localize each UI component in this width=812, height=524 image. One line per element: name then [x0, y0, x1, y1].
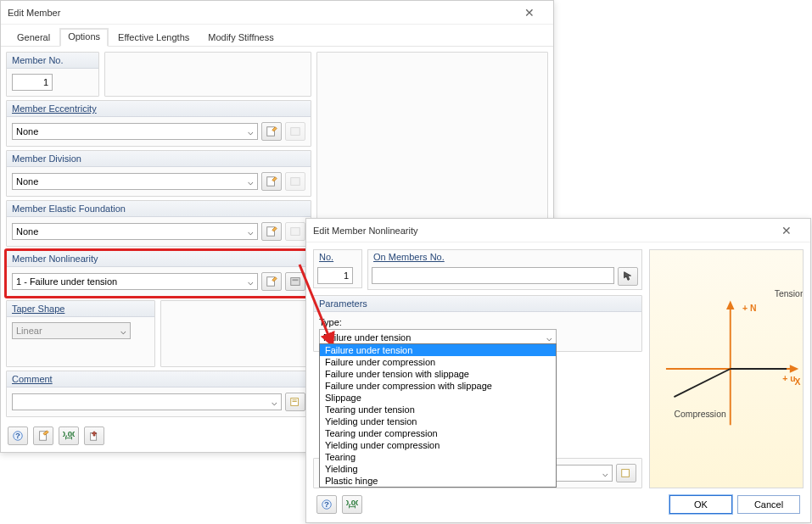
- edit-icon: [285, 222, 305, 241]
- elastic-combo[interactable]: None⌵: [12, 223, 258, 240]
- chevron-down-icon: ⌵: [244, 276, 257, 287]
- tab-modify-stiffness[interactable]: Modify Stiffness: [199, 28, 283, 46]
- svg-marker-22: [790, 365, 798, 372]
- ok-button[interactable]: OK: [669, 495, 732, 514]
- eccentricity-group: Member Eccentricity None⌵: [6, 100, 311, 147]
- help-icon[interactable]: ?: [316, 495, 337, 514]
- member-no-label: Member No.: [7, 53, 98, 69]
- division-label: Member Division: [7, 151, 311, 167]
- nonlinearity-label: Member Nonlinearity: [7, 251, 311, 267]
- type-option[interactable]: Tearing under compression: [320, 427, 556, 439]
- comment-group: Comment ⌵: [6, 371, 311, 417]
- member-no-side-panel: [104, 52, 311, 97]
- diagram-compression-label: Compression: [674, 410, 726, 419]
- units-icon[interactable]: 0.00: [342, 495, 362, 514]
- chevron-down-icon: ⌵: [244, 176, 257, 187]
- type-option[interactable]: Slippage: [320, 392, 556, 404]
- chevron-down-icon: ⌵: [244, 126, 257, 137]
- svg-rect-18: [622, 470, 630, 477]
- diagram-u-sub: X: [795, 377, 801, 387]
- edit-icon[interactable]: [285, 272, 305, 291]
- type-option[interactable]: Yielding under compression: [320, 439, 556, 451]
- edit-icon: [285, 122, 305, 141]
- dialog-footer: ? 0.00 OK Cancel: [313, 495, 804, 516]
- window-title: Edit Member: [8, 8, 512, 18]
- type-dropdown[interactable]: Failure under tensionFailure under compr…: [319, 343, 557, 488]
- svg-rect-5: [291, 228, 300, 236]
- note-icon[interactable]: [33, 426, 53, 445]
- nonlinearity-group: Member Nonlinearity 1 - Failure under te…: [6, 250, 311, 297]
- eccentricity-combo[interactable]: None⌵: [12, 123, 258, 140]
- tab-general[interactable]: General: [8, 28, 59, 46]
- nonlinearity-combo[interactable]: 1 - Failure under tension⌵: [12, 273, 258, 290]
- new-icon[interactable]: [261, 272, 282, 291]
- type-option[interactable]: Tearing: [320, 451, 556, 463]
- svg-text:0.00: 0.00: [346, 499, 358, 507]
- taper-label: Taper Shape: [7, 301, 154, 317]
- comment-combo[interactable]: ⌵: [12, 393, 282, 410]
- no-input[interactable]: [317, 267, 353, 284]
- comment-label: Comment: [7, 371, 311, 387]
- svg-rect-3: [291, 178, 300, 186]
- new-icon[interactable]: [261, 222, 282, 241]
- member-no-input[interactable]: [12, 74, 53, 91]
- chevron-down-icon: ⌵: [598, 468, 612, 479]
- elastic-foundation-label: Member Elastic Foundation: [7, 201, 311, 217]
- division-combo[interactable]: None⌵: [12, 173, 258, 190]
- tabs: General Options Effective Lengths Modify…: [1, 25, 553, 47]
- diagram-tension-label: Tension: [775, 289, 803, 298]
- svg-text:?: ?: [15, 431, 20, 440]
- edit-nonlinearity-window: Edit Member Nonlinearity ✕ No. On Member…: [305, 218, 811, 523]
- diagram-u-label: + u: [782, 374, 795, 383]
- diagram-n-label: + N: [742, 304, 756, 313]
- new-icon[interactable]: [261, 172, 282, 191]
- chevron-down-icon: ⌵: [116, 326, 130, 337]
- comment-apply-icon[interactable]: [285, 393, 305, 411]
- export-icon[interactable]: [84, 426, 104, 445]
- type-option[interactable]: Failure under compression: [320, 356, 556, 368]
- bottom-toolbar: ? 0.00: [8, 426, 104, 445]
- type-option[interactable]: Plastic hinge: [320, 475, 556, 487]
- type-option[interactable]: Failure under tension with slippage: [320, 368, 556, 380]
- pick-icon[interactable]: [618, 267, 638, 286]
- comment-apply-icon[interactable]: [616, 464, 636, 482]
- no-group: No.: [313, 249, 362, 288]
- on-members-input[interactable]: [372, 267, 614, 284]
- on-members-label: On Members No.: [368, 250, 641, 264]
- svg-marker-20: [726, 300, 734, 309]
- svg-rect-11: [293, 401, 297, 402]
- tab-effective-lengths[interactable]: Effective Lengths: [109, 28, 199, 46]
- svg-rect-7: [291, 278, 300, 286]
- titlebar: Edit Member Nonlinearity ✕: [306, 219, 810, 242]
- svg-text:?: ?: [324, 499, 329, 509]
- titlebar: Edit Member ✕: [1, 1, 553, 25]
- type-option[interactable]: Failure under tension: [320, 344, 556, 356]
- svg-rect-1: [291, 128, 300, 136]
- elastic-foundation-group: Member Elastic Foundation None⌵: [6, 200, 311, 247]
- eccentricity-label: Member Eccentricity: [7, 101, 311, 117]
- svg-rect-8: [293, 279, 299, 281]
- no-label: No.: [314, 250, 361, 264]
- parameters-label: Parameters: [314, 296, 641, 312]
- units-icon[interactable]: 0.00: [59, 426, 79, 445]
- svg-text:0.00: 0.00: [63, 430, 75, 438]
- close-icon[interactable]: ✕: [512, 6, 546, 20]
- type-option[interactable]: Yielding: [320, 463, 556, 475]
- division-group: Member Division None⌵: [6, 150, 311, 197]
- edit-icon: [285, 172, 305, 191]
- cancel-button[interactable]: Cancel: [737, 495, 800, 514]
- close-icon[interactable]: ✕: [770, 224, 804, 237]
- help-icon[interactable]: ?: [8, 426, 28, 445]
- type-option[interactable]: Failure under compression with slippage: [320, 380, 556, 392]
- tab-options[interactable]: Options: [59, 28, 109, 47]
- window-title: Edit Member Nonlinearity: [313, 226, 770, 236]
- svg-rect-10: [293, 399, 297, 400]
- new-icon[interactable]: [261, 122, 282, 141]
- parameters-group: Parameters Type: Failure under tension⌵ …: [313, 295, 642, 352]
- svg-line-23: [674, 369, 730, 397]
- type-option[interactable]: Tearing under tension: [320, 404, 556, 415]
- nonlinearity-diagram: Tension + N + u X Compression: [649, 249, 804, 488]
- chevron-down-icon: ⌵: [267, 397, 281, 408]
- chevron-down-icon: ⌵: [244, 226, 257, 237]
- type-option[interactable]: Yielding under tension: [320, 415, 556, 427]
